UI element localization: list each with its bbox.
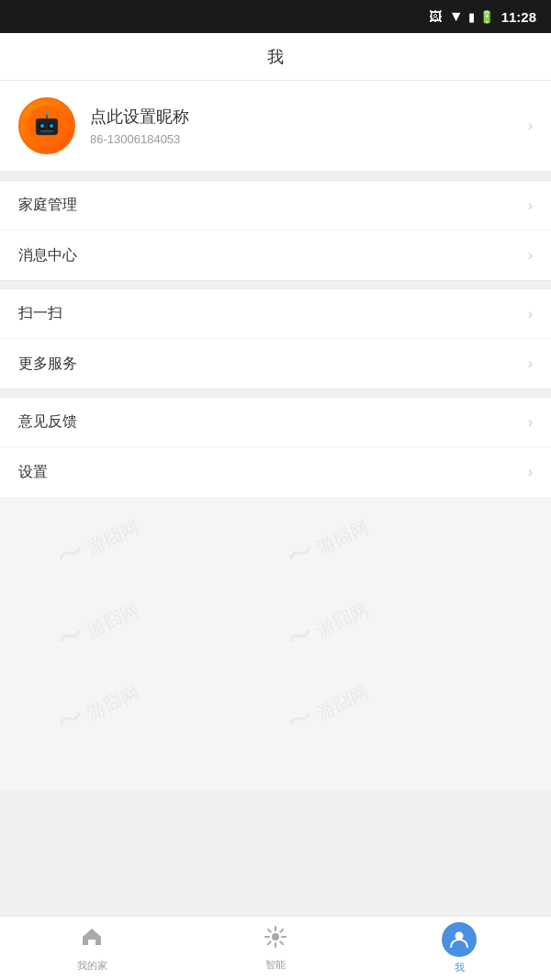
chevron-feedback: › <box>528 414 533 431</box>
nav-label-me: 我 <box>455 961 465 974</box>
svg-point-5 <box>50 124 53 128</box>
menu-label-more-services: 更多服务 <box>18 355 77 374</box>
watermark-5: 〜 游囧网 <box>51 673 144 741</box>
nav-item-home[interactable]: 我的家 <box>0 925 184 973</box>
svg-line-15 <box>280 941 283 944</box>
divider-1 <box>0 172 551 181</box>
profile-row[interactable]: 点此设置昵称 86-13006184053 › <box>0 81 551 172</box>
svg-rect-6 <box>40 130 53 132</box>
signal-icon: ▮ <box>468 10 475 24</box>
me-active-bg <box>442 922 477 957</box>
profile-section: 点此设置昵称 86-13006184053 › <box>0 81 551 172</box>
profile-info: 点此设置昵称 86-13006184053 <box>90 106 528 146</box>
menu-group-3: 意见反馈 › 设置 › <box>0 398 551 497</box>
svg-line-14 <box>268 929 271 932</box>
me-icon <box>449 929 469 950</box>
svg-rect-1 <box>36 118 58 135</box>
menu-item-feedback[interactable]: 意见反馈 › <box>0 398 551 447</box>
screen-icon: 🖼 <box>429 9 442 24</box>
watermark-4: 〜 游囧网 <box>281 591 374 659</box>
svg-point-4 <box>40 124 44 128</box>
chevron-family: › <box>528 197 533 214</box>
menu-label-messages: 消息中心 <box>18 246 77 265</box>
divider-3 <box>0 389 551 398</box>
watermark-3: 〜 游囧网 <box>51 591 144 659</box>
wifi-icon: ▼ <box>449 8 464 25</box>
menu-label-feedback: 意见反馈 <box>18 412 77 432</box>
chevron-more-services: › <box>528 355 533 372</box>
divider-2 <box>0 280 551 289</box>
chevron-scan: › <box>528 306 533 322</box>
status-time: 11:28 <box>501 9 536 25</box>
menu-label-family: 家庭管理 <box>18 196 77 215</box>
main-content: 点此设置昵称 86-13006184053 › 家庭管理 › 消息中心 › 扫一… <box>0 81 551 916</box>
watermark-2: 〜 游囧网 <box>281 508 374 576</box>
bottom-nav: 我的家 智能 我 <box>0 916 551 980</box>
svg-point-8 <box>45 111 49 115</box>
chevron-settings: › <box>528 464 533 480</box>
menu-item-family[interactable]: 家庭管理 › <box>0 181 551 231</box>
avatar <box>18 97 75 154</box>
profile-name: 点此设置昵称 <box>90 106 528 128</box>
chevron-messages: › <box>528 247 533 264</box>
menu-item-more-services[interactable]: 更多服务 › <box>0 339 551 389</box>
smart-icon <box>264 925 287 954</box>
menu-label-settings: 设置 <box>18 463 48 482</box>
nav-item-smart[interactable]: 智能 <box>184 925 367 972</box>
watermark-1: 〜 游囧网 <box>51 508 144 576</box>
nav-label-smart: 智能 <box>265 958 286 972</box>
menu-label-scan: 扫一扫 <box>18 304 62 323</box>
profile-phone: 86-13006184053 <box>90 132 528 146</box>
empty-area: 〜 游囧网 〜 游囧网 〜 游囧网 〜 游囧网 〜 游囧网 〜 游囧网 <box>0 497 551 791</box>
menu-item-scan[interactable]: 扫一扫 › <box>0 289 551 339</box>
menu-group-2: 扫一扫 › 更多服务 › <box>0 289 551 389</box>
profile-chevron: › <box>528 118 533 134</box>
menu-group-1: 家庭管理 › 消息中心 › <box>0 181 551 280</box>
page-header: 我 <box>0 33 551 81</box>
svg-line-16 <box>280 929 283 932</box>
battery-icon: 🔋 <box>479 10 494 24</box>
svg-line-17 <box>268 941 271 944</box>
nav-item-me[interactable]: 我 <box>367 922 551 974</box>
svg-point-9 <box>272 933 279 941</box>
menu-item-settings[interactable]: 设置 › <box>0 447 551 497</box>
page-title: 我 <box>267 46 284 68</box>
watermark-6: 〜 游囧网 <box>281 673 374 741</box>
nav-label-home: 我的家 <box>77 959 107 973</box>
status-icons: ▼ ▮ 🔋 <box>449 8 494 25</box>
home-icon <box>80 925 104 955</box>
status-bar: 🖼 ▼ ▮ 🔋 11:28 <box>0 0 551 33</box>
menu-item-messages[interactable]: 消息中心 › <box>0 231 551 280</box>
robot-icon <box>27 106 67 146</box>
